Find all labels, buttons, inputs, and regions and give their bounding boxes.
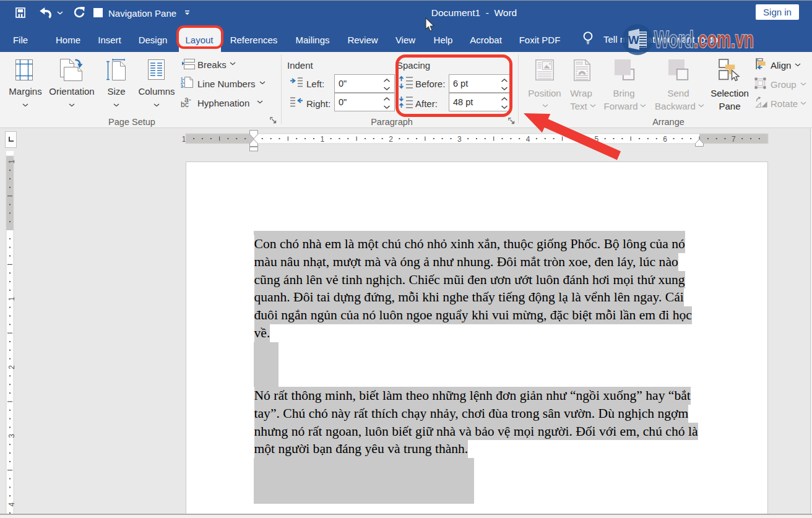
svg-text:Word: Word bbox=[654, 26, 694, 53]
svg-text:.com.vn: .com.vn bbox=[694, 26, 754, 53]
svg-text:W: W bbox=[628, 33, 639, 46]
